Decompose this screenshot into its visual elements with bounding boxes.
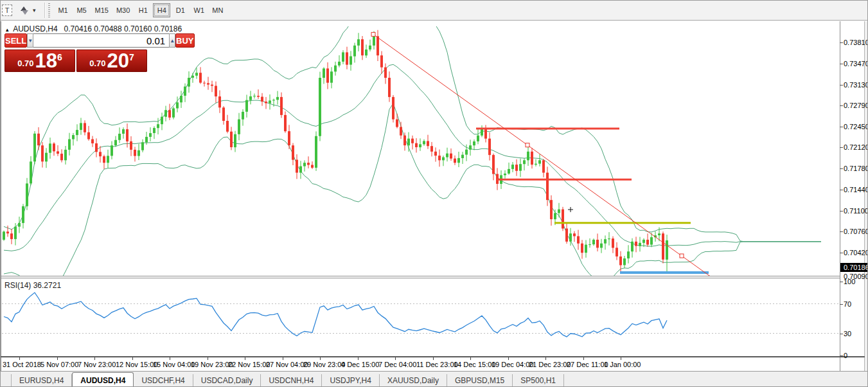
chart-tab-xauusd-daily[interactable]: XAUUSD,Daily <box>380 374 447 387</box>
buy-price-display[interactable]: 0.70 20 7 <box>76 50 147 72</box>
candle-body <box>184 87 186 96</box>
candle-body <box>284 115 287 131</box>
time-axis-label: 15 Nov 04:00 <box>153 361 195 368</box>
candle-body <box>488 139 491 156</box>
candle-body <box>176 102 179 108</box>
sell-price-small: 0.70 <box>17 59 33 68</box>
rsi-tick-mark <box>840 356 843 356</box>
candle-body <box>442 158 445 161</box>
candle-body <box>87 132 90 140</box>
candle-body <box>215 86 217 97</box>
candle-body <box>45 153 48 162</box>
candle-body <box>585 245 587 253</box>
candle-body <box>642 240 645 243</box>
trendline-anchor-1[interactable] <box>526 143 529 147</box>
candle-body <box>457 158 460 163</box>
candle-body <box>380 55 383 68</box>
candle-body <box>619 256 622 266</box>
candle-body <box>631 242 633 251</box>
rsi-splitter-bottom[interactable] <box>1 278 840 278</box>
chart-tab-usdchf-h4[interactable]: USDCHF,H4 <box>134 374 193 387</box>
chart-tab-usdcnh-h4[interactable]: USDCNH,H4 <box>261 374 322 387</box>
rsi-tick-mark <box>840 334 843 334</box>
time-tick-mark <box>433 357 434 360</box>
candle-body <box>330 71 333 82</box>
candle-body <box>37 134 40 145</box>
candle-body <box>168 110 171 118</box>
price-axis-separator[interactable] <box>840 21 840 371</box>
time-tick-mark <box>57 357 58 360</box>
sell-button[interactable]: SELL <box>4 33 27 48</box>
time-tick-mark <box>19 357 20 360</box>
trendline-anchor-2[interactable] <box>680 254 684 258</box>
candle-body <box>415 143 418 147</box>
trendline-anchor-0[interactable] <box>371 32 375 36</box>
candle-body <box>612 239 614 248</box>
buy-price-pip: 7 <box>129 52 134 62</box>
candle-body <box>388 78 391 97</box>
price-tick-mark <box>840 127 843 127</box>
time-axis-label: 22 Nov 15:00 <box>228 361 270 368</box>
mt4-window: T ▾ M1M5M15M30H1H4D1W1MN ▴ AUDUSD,H4 0.7… <box>0 0 868 387</box>
candle-body <box>276 97 279 100</box>
chart-tab-usdjpy-h4[interactable]: USDJPY,H4 <box>322 374 379 387</box>
candle-body <box>396 120 398 127</box>
candle-body <box>419 144 421 147</box>
candle-body <box>323 69 325 78</box>
price-tick-label: 0.71100 <box>844 207 868 215</box>
volume-increase-button[interactable]: ▲ <box>169 33 175 48</box>
sell-price-display[interactable]: 0.70 18 6 <box>4 50 75 72</box>
candle-body <box>334 66 337 72</box>
candle-body <box>604 239 607 244</box>
candle-body <box>30 161 32 183</box>
candle-body <box>430 146 433 152</box>
chart-tab-audusd-h4[interactable]: AUDUSD,H4 <box>72 372 134 387</box>
rsi-tick-mark <box>840 282 843 282</box>
candle-body <box>111 145 113 156</box>
time-axis-label: 5 Nov 07:00 <box>40 361 78 368</box>
bollinger-band-mid[interactable] <box>4 64 821 251</box>
time-tick-mark <box>283 357 283 360</box>
candle-body <box>91 140 94 144</box>
volume-decrease-button[interactable]: ▼ <box>27 33 33 48</box>
one-click-panel-marker-icon[interactable]: ▴ <box>6 26 9 33</box>
rsi-line[interactable] <box>4 292 667 337</box>
price-tick-mark <box>840 64 843 64</box>
candle-body <box>581 244 583 253</box>
candle-body <box>319 78 321 136</box>
candle-body <box>365 50 368 55</box>
candle-body <box>461 155 464 158</box>
rsi-splitter-top[interactable] <box>1 276 840 276</box>
candle-body <box>596 240 599 248</box>
time-axis-label: 7 Dec 04:00 <box>378 361 416 368</box>
candle-body <box>265 102 267 104</box>
time-tick-mark <box>245 357 245 360</box>
time-tick-mark <box>132 357 133 360</box>
chart-tab-usdcad-daily[interactable]: USDCAD,Daily <box>193 374 261 387</box>
chart-tab-eurusd-h4[interactable]: EURUSD,H4 <box>11 374 72 387</box>
chart-tab-gbpusd-m15[interactable]: GBPUSD,M15 <box>447 374 513 387</box>
candle-body <box>307 163 310 165</box>
candle-body <box>230 132 233 147</box>
candle-body <box>64 150 67 160</box>
candle-body <box>76 130 78 135</box>
right-gutter <box>865 21 868 371</box>
candle-body <box>280 97 283 115</box>
candle-body <box>338 62 341 66</box>
time-axis-label: 11 Dec 23:00 <box>416 361 458 368</box>
time-tick-mark <box>320 357 321 360</box>
symbol-period-label: AUDUSD,H4 <box>13 24 57 33</box>
candle-body <box>114 140 117 145</box>
chart-tab-sp500-h1[interactable]: SP500,H1 <box>513 374 564 387</box>
candle-body <box>481 129 483 136</box>
candle-body <box>353 46 356 57</box>
candle-body <box>346 52 348 64</box>
buy-button[interactable]: BUY <box>175 33 194 48</box>
time-tick-mark <box>94 357 95 360</box>
volume-input[interactable] <box>33 33 169 48</box>
candle-body <box>53 143 55 151</box>
descending-trendline[interactable] <box>373 34 711 276</box>
candle-body <box>180 96 182 102</box>
candle-body <box>226 121 229 132</box>
chart-title: ▴ AUDUSD,H4 0.70416 0.70488 0.70160 0.70… <box>6 24 182 33</box>
